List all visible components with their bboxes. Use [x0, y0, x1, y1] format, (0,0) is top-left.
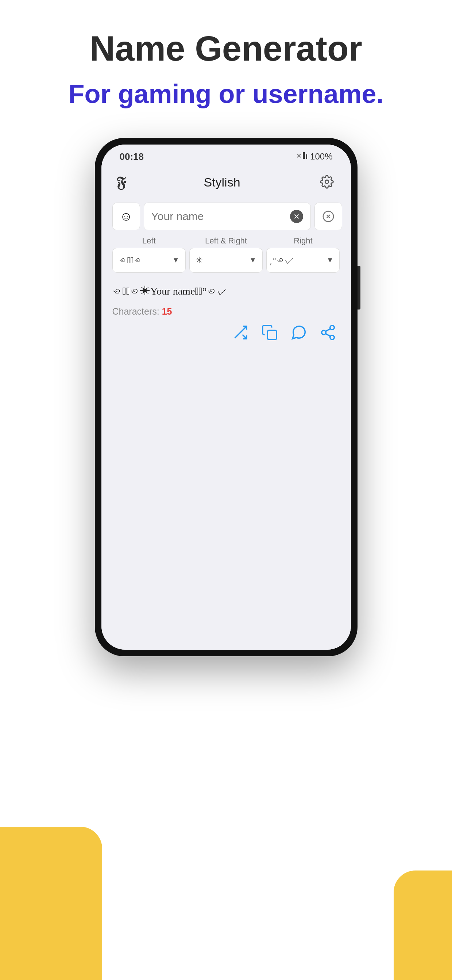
svg-point-11 [321, 330, 326, 335]
app-title: Stylish [203, 175, 240, 189]
status-time: 00:18 [120, 151, 144, 162]
emoji-icon: ☺ [120, 209, 132, 223]
share-button[interactable] [320, 324, 336, 341]
character-count-value: 15 [162, 306, 172, 317]
status-icons: ✕ 100% [296, 151, 332, 162]
empty-content-area [102, 348, 351, 650]
app-logo: 𝔉 [116, 174, 126, 191]
decorative-yellow-right [393, 870, 452, 980]
left-right-deco-group: Left & Right ✳ ▼ [189, 236, 263, 273]
copy-icon [261, 324, 278, 341]
svg-point-1 [325, 180, 329, 184]
phone-screen: 00:18 ✕ 100% 𝔉 Stylish [102, 145, 351, 650]
action-buttons [113, 324, 340, 341]
clear-circle-icon [322, 210, 335, 223]
shuffle-button[interactable] [232, 324, 249, 341]
left-deco-value: ꩜ᵒ᷊꩜ [119, 255, 143, 265]
character-count-row: Characters: 15 [113, 306, 340, 317]
settings-button[interactable] [318, 173, 336, 192]
emoji-button[interactable]: ☺ [113, 202, 140, 230]
clear-x-icon [293, 212, 301, 220]
name-input[interactable] [151, 210, 290, 223]
svg-rect-9 [267, 330, 276, 339]
left-right-deco-value: ✳ [195, 255, 203, 265]
svg-point-12 [330, 335, 334, 339]
svg-text:✕: ✕ [296, 152, 302, 159]
whatsapp-icon [290, 324, 307, 341]
output-text: ꩜ᵒ᷊꩜✳Your name✳᷊ᵒ꩜✓ [113, 283, 340, 299]
left-right-deco-arrow: ▼ [249, 256, 257, 264]
left-right-deco-select[interactable]: ✳ ▼ [189, 248, 263, 273]
left-label: Left [142, 236, 156, 246]
left-deco-select[interactable]: ꩜ᵒ᷊꩜ ▼ [113, 248, 186, 273]
settings-icon [320, 175, 334, 190]
page-subtitle: For gaming or username. [68, 79, 384, 109]
svg-point-10 [330, 325, 334, 329]
phone-side-button [357, 266, 360, 310]
name-input-wrapper [144, 202, 311, 230]
input-area: ☺ [102, 199, 351, 280]
signal-icon: ✕ [296, 151, 307, 162]
phone-mockup: 00:18 ✕ 100% 𝔉 Stylish [95, 138, 357, 656]
right-label: Right [294, 236, 312, 246]
page-headline: Name Generator [90, 29, 362, 68]
page-content: Name Generator For gaming or username. 0… [0, 0, 452, 656]
svg-line-14 [325, 328, 330, 331]
share-icon [320, 324, 336, 341]
right-deco-group: Right ᷊ᵒ꩜✓ ▼ [266, 236, 339, 273]
right-deco-select[interactable]: ᷊ᵒ꩜✓ ▼ [266, 248, 339, 273]
clear-input-button[interactable] [290, 210, 303, 223]
clear-all-button[interactable] [314, 202, 342, 230]
left-right-label: Left & Right [205, 236, 247, 246]
input-row: ☺ [113, 202, 340, 230]
left-deco-arrow: ▼ [172, 256, 179, 264]
battery-level: 100% [310, 151, 332, 162]
copy-button[interactable] [261, 324, 278, 341]
decorative-yellow-left [0, 827, 102, 980]
characters-label: Characters: [113, 306, 159, 317]
app-header: 𝔉 Stylish [102, 166, 351, 199]
shuffle-icon [232, 324, 249, 341]
decoration-row: Left ꩜ᵒ᷊꩜ ▼ Left & Right ✳ ▼ [113, 236, 340, 273]
right-deco-arrow: ▼ [327, 256, 334, 264]
right-deco-value: ᷊ᵒ꩜✓ [273, 255, 294, 265]
status-bar: 00:18 ✕ 100% [102, 145, 351, 166]
output-section: ꩜ᵒ᷊꩜✳Your name✳᷊ᵒ꩜✓ Characters: 15 [102, 280, 351, 348]
left-deco-group: Left ꩜ᵒ᷊꩜ ▼ [113, 236, 186, 273]
svg-line-13 [325, 333, 330, 336]
whatsapp-button[interactable] [290, 324, 307, 341]
